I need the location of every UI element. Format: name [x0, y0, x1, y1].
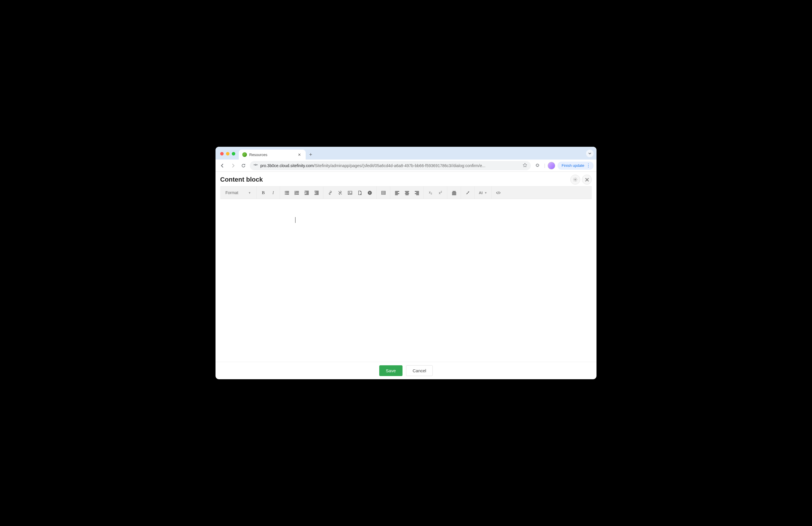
svg-point-5 — [285, 192, 285, 193]
svg-rect-23 — [315, 194, 318, 195]
svg-point-25 — [349, 192, 349, 192]
svg-point-4 — [285, 191, 285, 192]
more-icon: ⋮ — [586, 163, 591, 168]
align-center-button[interactable] — [402, 188, 412, 198]
svg-rect-42 — [452, 192, 456, 193]
window-minimize-button[interactable] — [226, 152, 230, 155]
site-info-icon[interactable] — [253, 163, 258, 168]
video-button[interactable] — [365, 188, 375, 198]
svg-rect-36 — [406, 194, 408, 195]
sitefinity-icon — [242, 152, 247, 157]
browser-window: Resources ✕ + pro.3b0ce.cloud.sitefinity… — [216, 147, 596, 379]
editor-content-area[interactable] — [220, 199, 592, 362]
svg-rect-0 — [253, 165, 255, 165]
tabs-dropdown-button[interactable] — [586, 150, 594, 157]
svg-rect-21 — [316, 192, 318, 192]
url-text: pro.3b0ce.cloud.sitefinity.com/Sitefinit… — [260, 163, 520, 168]
svg-rect-17 — [306, 192, 308, 192]
format-label: Format — [226, 190, 238, 195]
svg-rect-22 — [316, 193, 318, 194]
svg-text:+: + — [360, 193, 362, 195]
svg-point-3 — [575, 179, 576, 180]
svg-rect-38 — [416, 192, 419, 193]
svg-rect-18 — [306, 193, 308, 194]
svg-rect-8 — [286, 192, 289, 193]
svg-rect-41 — [453, 191, 455, 192]
align-left-button[interactable] — [392, 188, 402, 198]
svg-rect-28 — [381, 191, 385, 194]
content-header: Content block — [216, 172, 596, 186]
bold-button[interactable]: B — [258, 188, 268, 198]
settings-button[interactable] — [570, 175, 580, 184]
svg-rect-9 — [286, 194, 289, 194]
svg-point-6 — [285, 194, 285, 194]
svg-rect-31 — [395, 193, 399, 194]
close-button[interactable] — [582, 175, 592, 184]
page-title: Content block — [220, 176, 263, 183]
tab-bar: Resources ✕ + — [216, 147, 596, 160]
ai-dropdown[interactable]: AI ▼ — [476, 191, 490, 195]
svg-rect-30 — [395, 192, 398, 193]
ai-label: AI — [479, 191, 482, 195]
svg-rect-29 — [395, 191, 399, 192]
svg-text:3: 3 — [295, 193, 295, 195]
cancel-button[interactable]: Cancel — [406, 365, 433, 376]
back-button[interactable] — [218, 162, 227, 170]
unordered-list-button[interactable] — [282, 188, 292, 198]
star-icon[interactable] — [523, 163, 527, 168]
superscript-button[interactable]: x2 — [435, 188, 445, 198]
align-justify-button[interactable] — [449, 188, 459, 198]
footer: Save Cancel — [216, 362, 596, 379]
table-button[interactable] — [378, 188, 388, 198]
svg-rect-15 — [296, 194, 299, 194]
new-tab-button[interactable]: + — [306, 152, 316, 160]
html-view-button[interactable] — [493, 188, 503, 198]
align-right-button[interactable] — [412, 188, 422, 198]
chevron-down-icon: ▼ — [248, 191, 251, 194]
svg-rect-33 — [405, 191, 409, 192]
svg-rect-40 — [416, 194, 419, 195]
chevron-down-icon: ▼ — [484, 191, 487, 194]
browser-tab[interactable]: Resources ✕ — [239, 150, 306, 160]
forward-button[interactable] — [229, 162, 237, 170]
clear-format-button[interactable] — [463, 188, 473, 198]
indent-button[interactable] — [302, 188, 311, 198]
svg-rect-16 — [305, 191, 308, 191]
svg-rect-7 — [286, 191, 289, 192]
finish-update-button[interactable]: Finish update ⋮ — [557, 162, 594, 170]
svg-rect-35 — [405, 193, 409, 194]
window-close-button[interactable] — [220, 152, 224, 155]
svg-rect-44 — [452, 194, 456, 195]
close-tab-button[interactable]: ✕ — [296, 153, 302, 157]
reload-button[interactable] — [240, 162, 247, 170]
link-button[interactable] — [325, 188, 335, 198]
svg-rect-20 — [315, 191, 318, 191]
svg-rect-32 — [395, 194, 398, 195]
profile-avatar[interactable] — [548, 162, 555, 169]
image-button[interactable] — [345, 188, 355, 198]
svg-rect-34 — [406, 192, 408, 193]
subscript-button[interactable]: x2 — [425, 188, 435, 198]
extensions-icon[interactable] — [533, 161, 542, 170]
file-button[interactable]: + — [355, 188, 365, 198]
svg-point-2 — [255, 164, 256, 165]
svg-rect-37 — [415, 191, 419, 192]
window-controls — [220, 152, 235, 155]
editor-toolbar: Format ▼ B I 123 — [220, 186, 592, 199]
svg-rect-13 — [296, 191, 299, 192]
ordered-list-button[interactable]: 123 — [292, 188, 302, 198]
svg-rect-14 — [296, 192, 299, 193]
svg-rect-1 — [256, 165, 258, 165]
finish-update-label: Finish update — [562, 163, 584, 168]
outdent-button[interactable] — [311, 188, 321, 198]
svg-rect-43 — [452, 193, 456, 194]
url-input[interactable]: pro.3b0ce.cloud.sitefinity.com/Sitefinit… — [250, 161, 531, 170]
italic-button[interactable]: I — [268, 188, 278, 198]
address-bar: pro.3b0ce.cloud.sitefinity.com/Sitefinit… — [216, 160, 596, 172]
tab-title: Resources — [249, 153, 267, 157]
format-dropdown[interactable]: Format ▼ — [222, 190, 255, 195]
unlink-button[interactable] — [335, 188, 345, 198]
window-maximize-button[interactable] — [232, 152, 235, 155]
svg-rect-39 — [415, 193, 419, 194]
save-button[interactable]: Save — [379, 365, 403, 376]
